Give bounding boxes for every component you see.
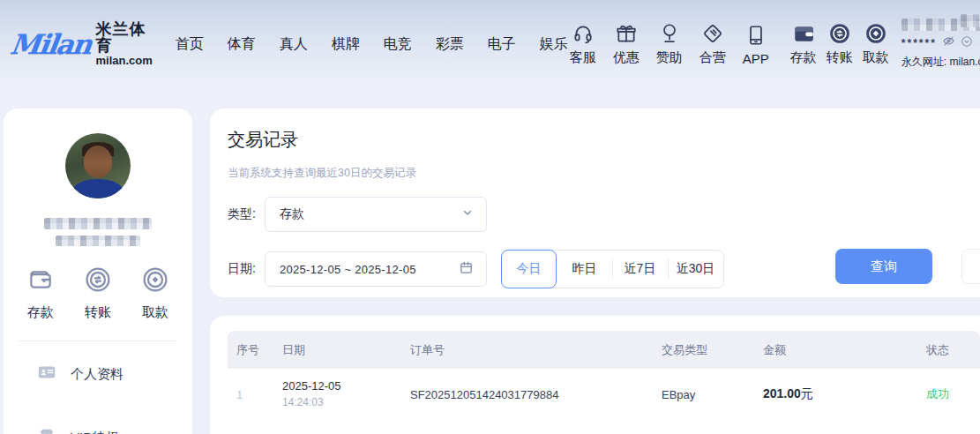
col-order-no: 订单号 <box>410 342 662 358</box>
brand-logo-text: 米兰体育 milan.com <box>96 21 153 66</box>
partner-button[interactable]: 合营 <box>698 22 728 66</box>
nav-item-entertainment[interactable]: 娱乐 <box>540 35 568 54</box>
partner-diamond-icon <box>701 22 724 45</box>
header-transfer-button[interactable]: 转账 <box>825 22 855 66</box>
table-row: 1 2025-12-05 14:24:03 SF2025120514240317… <box>228 369 980 420</box>
col-index: 序号 <box>236 342 282 358</box>
transfer-coin-icon <box>828 22 851 45</box>
top-header: Milan 米兰体育 milan.com 首页 体育 真人 棋牌 电竞 彩票 电… <box>0 0 980 88</box>
date-label: 日期: <box>228 261 265 277</box>
header-deposit-button[interactable]: 存款 <box>789 22 819 66</box>
wallet-filled-icon <box>792 22 815 45</box>
chevron-down-icon <box>461 206 474 222</box>
nav-item-slots[interactable]: 电子 <box>488 35 516 54</box>
partner-label: 合营 <box>699 49 726 66</box>
cell-amount: 201.00元 <box>763 386 926 402</box>
avatar-jersey <box>72 179 123 198</box>
type-label: 类型: <box>228 206 265 222</box>
brand-domain: milan.com <box>96 55 153 67</box>
sidebar-withdraw-button[interactable]: 取款 <box>141 266 169 321</box>
cell-amount-value: 201.00 <box>763 386 801 400</box>
header-deposit-label: 存款 <box>790 49 817 66</box>
masked-profile-name <box>44 218 152 229</box>
range-7days-button[interactable]: 近7日 <box>612 251 668 288</box>
nav-item-board[interactable]: 棋牌 <box>332 35 360 54</box>
header-action-group: 客服 优惠 赞助 合营 APP <box>568 22 771 66</box>
sponsor-label: 赞助 <box>656 49 683 66</box>
cell-index: 1 <box>236 388 282 401</box>
date-range-value: 2025-12-05 ~ 2025-12-05 <box>280 263 459 276</box>
sidebar-transfer-label: 转账 <box>85 304 111 321</box>
avatar[interactable] <box>65 133 131 198</box>
permanent-url: 永久网址: milan.com <box>901 55 980 70</box>
nav-item-esports[interactable]: 电竞 <box>384 35 412 54</box>
masked-balance: ****** <box>901 39 937 48</box>
sidebar-quick-actions: 存款 转账 取款 <box>4 266 192 321</box>
nav-item-sports[interactable]: 体育 <box>228 35 256 54</box>
header-transfer-label: 转账 <box>827 49 853 66</box>
brand-logo[interactable]: Milan 米兰体育 milan.com <box>11 21 153 66</box>
sidebar-profile-label: 个人资料 <box>71 366 123 383</box>
support-button[interactable]: 客服 <box>568 22 598 66</box>
nav-item-home[interactable]: 首页 <box>176 35 204 54</box>
eye-off-icon[interactable] <box>942 34 955 51</box>
sidebar-deposit-button[interactable]: 存款 <box>26 266 55 321</box>
balance-row: ****** <box>901 34 980 51</box>
promo-label: 优惠 <box>613 49 640 66</box>
calendar-icon <box>459 260 474 279</box>
withdraw-coin-icon <box>864 22 887 45</box>
header-withdraw-label: 取款 <box>863 49 889 66</box>
sidebar-item-vip[interactable]: VIP特权 <box>37 426 192 434</box>
sidebar-withdraw-label: 取款 <box>142 304 168 321</box>
avatar-face <box>84 146 112 177</box>
col-status: 状态 <box>926 342 980 358</box>
nav-item-live[interactable]: 真人 <box>280 35 308 54</box>
sidebar-deposit-label: 存款 <box>27 304 54 321</box>
wallet-outline-icon <box>26 266 55 297</box>
date-range-presets: 今日 昨日 近7日 近30日 <box>501 250 724 288</box>
nav-item-lottery[interactable]: 彩票 <box>436 35 464 54</box>
transfer-rings-icon <box>84 266 112 297</box>
secondary-button-partial[interactable] <box>961 249 980 284</box>
query-button[interactable]: 查询 <box>835 249 932 284</box>
sidebar-transfer-button[interactable]: 转账 <box>84 266 112 321</box>
sidebar-item-profile[interactable]: 个人资料 <box>37 363 192 385</box>
table-header-row: 序号 日期 订单号 交易类型 金额 状态 <box>228 331 980 369</box>
cell-amount-unit: 元 <box>801 386 813 400</box>
corner-blur-block <box>961 14 980 27</box>
phone-icon <box>744 24 767 47</box>
type-filter-row: 类型: 存款 <box>228 197 980 232</box>
transaction-table: 序号 日期 订单号 交易类型 金额 状态 1 2025-12-05 14:24:… <box>228 331 980 420</box>
page-subtitle: 当前系统支持查询最近30日的交易记录 <box>228 166 980 181</box>
date-range-input[interactable]: 2025-12-05 ~ 2025-12-05 <box>265 251 487 287</box>
cell-status: 成功 <box>926 386 980 402</box>
type-select[interactable]: 存款 <box>265 197 487 232</box>
id-card-icon <box>37 363 56 385</box>
cell-date: 2025-12-05 14:24:03 <box>282 378 410 409</box>
app-button[interactable]: APP <box>741 24 771 66</box>
page-title: 交易记录 <box>228 128 980 152</box>
chevron-circle-icon[interactable] <box>961 35 973 51</box>
range-yesterday-button[interactable]: 昨日 <box>557 251 612 288</box>
sponsor-button[interactable]: 赞助 <box>655 22 685 66</box>
wallet-action-group: 存款 转账 取款 <box>789 22 891 66</box>
brand-logo-script: Milan <box>8 28 93 60</box>
range-today-button[interactable]: 今日 <box>501 250 557 288</box>
brand-name-cn: 米兰体育 <box>96 21 153 55</box>
cell-date-value: 2025-12-05 <box>282 379 341 393</box>
sidebar-vip-label: VIP特权 <box>71 430 118 434</box>
transaction-filter-card: 交易记录 当前系统支持查询最近30日的交易记录 类型: 存款 日期: 2025-… <box>210 108 980 297</box>
header-withdraw-button[interactable]: 取款 <box>861 22 891 66</box>
promo-button[interactable]: 优惠 <box>611 22 641 66</box>
vip-diamond-icon <box>37 426 56 434</box>
range-30days-button[interactable]: 近30日 <box>668 251 723 288</box>
trophy-icon <box>658 22 681 45</box>
col-amount: 金额 <box>763 342 926 358</box>
type-select-value: 存款 <box>280 206 461 222</box>
transaction-table-card: 序号 日期 订单号 交易类型 金额 状态 1 2025-12-05 14:24:… <box>210 316 980 434</box>
masked-profile-balance <box>56 236 140 246</box>
sidebar-menu: 个人资料 VIP特权 <box>4 341 192 434</box>
gift-icon <box>615 22 638 45</box>
headset-icon <box>572 22 595 45</box>
support-label: 客服 <box>570 49 596 66</box>
